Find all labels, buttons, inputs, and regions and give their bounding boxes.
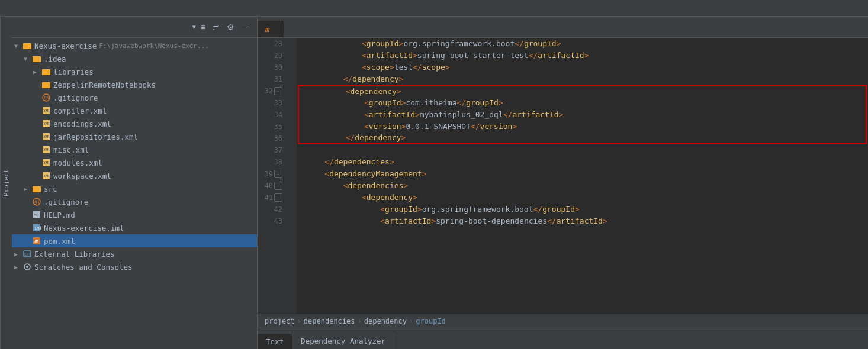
code-line-37: [297, 144, 868, 156]
fold-btn-39[interactable]: −: [274, 170, 282, 178]
fold-btn-41[interactable]: −: [274, 193, 282, 202]
code-line-34: <artifactId>mybatisplus_02_dql</artifact…: [298, 109, 867, 121]
line-num-36: 36: [258, 133, 287, 144]
line-num-41: 41−: [258, 192, 287, 203]
code-line-36: </dependency>: [298, 133, 867, 144]
tree-label: compiler.xml: [53, 106, 107, 115]
breadcrumb-item-groupId[interactable]: groupId: [416, 317, 446, 325]
breadcrumb-item-dependencies[interactable]: dependencies: [304, 317, 355, 325]
tree-label: modules.xml: [53, 159, 102, 167]
tree-label: misc.xml: [53, 146, 89, 154]
code-line-31: </dependency>: [297, 73, 868, 85]
tree-label: libraries: [53, 67, 94, 76]
editor-content: 2829303132−33343536373839−40−41−4243 <gr…: [258, 38, 868, 314]
folder-icon: [32, 54, 41, 63]
dropdown-arrow[interactable]: ▼: [192, 24, 196, 30]
tree-item-external-libraries[interactable]: ▶EXTExternal Libraries: [12, 247, 257, 260]
tree-item-encodings.xml[interactable]: XMLencodings.xml: [12, 117, 257, 130]
tree-item-scratches-and-consoles[interactable]: ▶Scratches and Consoles: [12, 260, 257, 273]
tree-label: src: [44, 185, 57, 193]
tab-bar: m: [258, 17, 868, 38]
code-line-28: <groupId>org.springframework.boot</group…: [297, 38, 868, 50]
gutter: [287, 38, 297, 314]
svg-rect-3: [33, 56, 36, 58]
tree-item-src[interactable]: ▶src: [12, 182, 257, 195]
tree-item-pom.xml[interactable]: mpom.xml: [12, 234, 257, 247]
tree-arrow: ▼: [14, 43, 22, 49]
tree-label: .gitignore: [44, 198, 88, 206]
tree-label: Nexus-exercise.iml: [44, 224, 124, 232]
svg-text:XML: XML: [43, 122, 50, 127]
line-num-35: 35: [258, 121, 287, 133]
folder-icon: [22, 41, 32, 50]
svg-text:MD: MD: [34, 213, 38, 218]
svg-text:XML: XML: [43, 174, 50, 179]
ext-icon: EXT: [22, 249, 32, 258]
tree-item-.gitignore[interactable]: git.gitignore: [12, 195, 257, 208]
line-num-38: 38: [258, 156, 287, 168]
line-num-43: 43: [258, 215, 287, 227]
svg-text:git: git: [44, 95, 50, 101]
tree-item-zeppelinremotenotebooks[interactable]: ZeppelinRemoteNotebooks: [12, 78, 257, 91]
project-tree: ▼Nexus-exerciseF:\javawebwork\Nexus-exer…: [12, 38, 257, 349]
breadcrumb-sep: ›: [409, 317, 413, 325]
svg-text:XML: XML: [43, 161, 50, 166]
line-num-33: 33: [258, 97, 287, 109]
line-num-31: 31: [258, 73, 287, 85]
tree-item-libraries[interactable]: ▶libraries: [12, 65, 257, 78]
bottom-tab-dependency-analyzer[interactable]: Dependency Analyzer: [292, 332, 394, 349]
toolbar-btn-3[interactable]: ⚙: [224, 21, 237, 33]
tree-arrow: ▶: [14, 264, 22, 270]
line-num-29: 29: [258, 50, 287, 62]
tree-item-modules.xml[interactable]: XMLmodules.xml: [12, 156, 257, 169]
tree-item-compiler.xml[interactable]: XMLcompiler.xml: [12, 104, 257, 117]
breadcrumb-item-project[interactable]: project: [265, 317, 295, 325]
code-line-41: <dependency>: [297, 192, 868, 203]
project-toolbar: ▼ ≡ ≓ ⚙ —: [12, 17, 257, 38]
project-side-tab[interactable]: Project: [0, 17, 12, 349]
code-area[interactable]: <groupId>org.springframework.boot</group…: [297, 38, 868, 314]
tree-label: jarRepositories.xml: [53, 133, 138, 141]
code-line-42: <groupId>org.springframework.boot</group…: [297, 203, 868, 215]
svg-rect-23: [33, 186, 36, 188]
line-num-37: 37: [258, 144, 287, 156]
line-num-39: 39−: [258, 168, 287, 180]
bottom-tab-text[interactable]: Text: [258, 332, 292, 349]
tree-item-.gitignore[interactable]: git.gitignore: [12, 91, 257, 104]
toolbar-btn-1[interactable]: ≡: [198, 21, 208, 33]
xml-icon: XML: [41, 158, 51, 167]
tree-label: ZeppelinRemoteNotebooks: [53, 80, 156, 89]
code-line-39: <dependencyManagement>: [297, 168, 868, 180]
tree-item-help.md[interactable]: MDHELP.md: [12, 208, 257, 221]
toolbar-btn-4[interactable]: —: [239, 21, 252, 33]
fold-btn-40[interactable]: −: [274, 182, 282, 190]
line-numbers-gutter: 2829303132−33343536373839−40−41−4243: [258, 38, 287, 314]
tree-item-workspace.xml[interactable]: XMLworkspace.xml: [12, 169, 257, 182]
tree-arrow: ▶: [33, 69, 41, 75]
breadcrumb: project › dependencies › dependency › gr…: [258, 314, 868, 328]
git-icon: git: [41, 93, 51, 102]
editor-tab-pom[interactable]: m: [258, 20, 284, 37]
tree-item-nexus-exercise.iml[interactable]: imlNexus-exercise.iml: [12, 221, 257, 234]
fold-btn-32[interactable]: −: [274, 87, 282, 95]
code-line-38: </dependencies>: [297, 156, 868, 168]
toolbar-btn-2[interactable]: ≓: [210, 21, 222, 33]
tab-m-icon: m: [265, 25, 269, 34]
svg-text:iml: iml: [34, 226, 41, 231]
line-num-40: 40−: [258, 180, 287, 192]
project-panel: ▼ ≡ ≓ ⚙ — ▼Nexus-exerciseF:\javawebwork\…: [12, 17, 258, 349]
scratch-icon: [22, 262, 32, 272]
svg-text:XML: XML: [43, 135, 50, 140]
breadcrumb-item-dependency[interactable]: dependency: [364, 317, 407, 325]
bottom-tabs: TextDependency Analyzer: [258, 328, 868, 349]
xml-icon: XML: [41, 171, 51, 180]
xml-icon: XML: [41, 145, 51, 154]
tree-item-jarrepositories.xml[interactable]: XMLjarRepositories.xml: [12, 130, 257, 143]
tree-label: Nexus-exercise: [34, 41, 97, 50]
code-line-29: <artifactId>spring-boot-starter-test</ar…: [297, 50, 868, 62]
tree-item-.idea[interactable]: ▼.idea: [12, 52, 257, 65]
code-line-40: <dependencies>: [297, 180, 868, 192]
tree-item-nexus-exercise[interactable]: ▼Nexus-exerciseF:\javawebwork\Nexus-exer…: [12, 39, 257, 52]
code-line-35: <version>0.0.1-SNAPSHOT</version>: [298, 121, 867, 133]
tree-item-misc.xml[interactable]: XMLmisc.xml: [12, 143, 257, 156]
